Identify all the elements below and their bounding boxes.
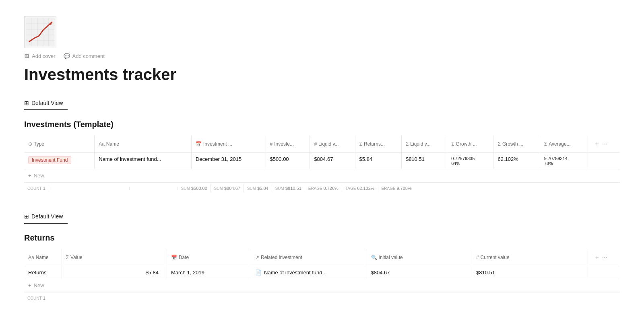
col-liquid-v2: Σ Liquid v...: [401, 136, 447, 153]
add-icon-1: +: [28, 173, 31, 179]
col-r-initial: 🔍 Initial value: [367, 249, 472, 266]
sum-invested: $500.00: [191, 186, 207, 191]
returns-section: ⊞ Default View Returns Aa Name Σ: [24, 210, 620, 304]
col-r-name: Aa Name: [24, 249, 62, 266]
count-value-2: 1: [43, 296, 45, 300]
table-footer-1: COUNT 1 SUM $500.00 SUM $804.67 SUM $5.8…: [24, 182, 620, 194]
cell-r-date: March 1, 2019: [167, 266, 251, 279]
col-actions-header: + ···: [588, 136, 620, 153]
page-actions: 🖼 Add cover 💬 Add comment: [24, 53, 620, 59]
hash-icon-1: #: [270, 141, 273, 147]
cell-r-related: 📄 Name of investment fund...: [251, 266, 367, 279]
tab-label-2: Default View: [31, 213, 63, 220]
tab-label-1: Default View: [31, 100, 63, 106]
investments-table: ⊙ Type Aa Name 📅 Investment ...: [24, 136, 620, 169]
add-cover-button[interactable]: 🖼 Add cover: [24, 53, 56, 59]
hash-icon-r: #: [476, 255, 479, 260]
col-r-related: ↗ Related investment: [251, 249, 367, 266]
col-growth1: Σ Growth ...: [447, 136, 493, 153]
add-cover-label: Add cover: [32, 53, 56, 59]
hash-icon-2: #: [314, 141, 317, 147]
add-column-button-1[interactable]: +: [595, 140, 599, 148]
tab-default-view-1[interactable]: ⊞ Default View: [24, 97, 68, 109]
cell-average: 9.7075931478%: [540, 153, 588, 169]
table-footer-2: COUNT 1: [24, 292, 620, 304]
col-invested: # Investe...: [266, 136, 310, 153]
add-column-button-2[interactable]: +: [595, 254, 599, 261]
cell-name[interactable]: Name of investment fund...: [95, 153, 192, 169]
add-icon-2: +: [28, 282, 31, 288]
svg-rect-0: [26, 18, 54, 46]
avg-growth2: 62.102%: [357, 186, 374, 191]
table-icon-2: ⊞: [24, 213, 29, 220]
table-header-row-1: ⊙ Type Aa Name 📅 Investment ...: [24, 136, 620, 153]
sigma-icon-3: Σ: [451, 141, 454, 147]
text-icon: Aa: [99, 141, 105, 147]
cell-growth1: 0.7257633564%: [447, 153, 493, 169]
add-new-label-2: New: [34, 282, 44, 288]
table-row-returns[interactable]: Returns $5.84 March 1, 2019 📄 Name of in…: [24, 266, 620, 279]
text-icon-r: Aa: [28, 255, 34, 260]
sigma-icon-r: Σ: [66, 255, 69, 260]
col-name: Aa Name: [95, 136, 192, 153]
col-r-current: # Current value: [472, 249, 588, 266]
page-container: 🖼 Add cover 💬 Add comment Investments tr…: [0, 0, 644, 320]
doc-icon-r: 📄: [255, 270, 262, 276]
add-new-row-2[interactable]: + New: [24, 279, 620, 292]
circle-icon: ⊙: [28, 141, 32, 147]
more-options-button-2[interactable]: ···: [602, 254, 607, 261]
sigma-icon-1: Σ: [359, 141, 362, 147]
sigma-icon-2: Σ: [406, 141, 409, 147]
section-title-1: Investments (Template): [24, 120, 620, 129]
col-returns: Σ Returns...: [355, 136, 401, 153]
more-options-button-1[interactable]: ···: [602, 140, 607, 148]
cell-liquid-v1: $804.67: [310, 153, 355, 169]
arrow-icon-r: ↗: [255, 255, 259, 260]
cell-r-value: $5.84: [62, 266, 167, 279]
cell-date: December 31, 2015: [191, 153, 266, 169]
cell-invested: $500.00: [266, 153, 310, 169]
cell-empty: [588, 153, 620, 169]
cell-returns: $5.84: [355, 153, 401, 169]
cell-liquid-v2: $810.51: [401, 153, 447, 169]
table-header-row-2: Aa Name Σ Value 📅 Date: [24, 249, 620, 266]
add-comment-label: Add comment: [72, 53, 105, 59]
count-label-2: COUNT: [27, 296, 42, 300]
col-liquid-v1: # Liquid v...: [310, 136, 355, 153]
comment-icon: 💬: [64, 53, 70, 59]
tab-default-view-2[interactable]: ⊞ Default View: [24, 210, 68, 223]
add-new-row-1[interactable]: + New: [24, 169, 620, 182]
avg-growth1: 0.726%: [324, 186, 339, 191]
cell-r-empty: [588, 266, 620, 279]
sigma-icon-5: Σ: [544, 141, 547, 147]
sum-liquid2: $810.51: [285, 186, 301, 191]
col-investment-date: 📅 Investment ...: [191, 136, 266, 153]
cell-type: Investment Fund: [24, 153, 95, 169]
investments-section: ⊞ Default View Investments (Template) ⊙ …: [24, 97, 620, 194]
col-r-actions-header: + ···: [588, 249, 620, 266]
page-icon: [24, 16, 56, 48]
cell-r-name: Returns: [24, 266, 62, 279]
avg-average: 9.708%: [396, 186, 411, 191]
cell-r-initial: $804.67: [367, 266, 472, 279]
add-new-label-1: New: [34, 173, 44, 179]
count-label-1: COUNT: [27, 186, 42, 191]
investment-fund-tag[interactable]: Investment Fund: [28, 156, 71, 164]
returns-table: Aa Name Σ Value 📅 Date: [24, 249, 620, 279]
sigma-icon-4: Σ: [497, 141, 500, 147]
table-icon-1: ⊞: [24, 100, 29, 106]
calendar-icon-1: 📅: [196, 141, 202, 147]
search-icon-r: 🔍: [371, 255, 377, 260]
tab-bar-2: ⊞ Default View: [24, 210, 68, 224]
cell-r-current: $810.51: [472, 266, 588, 279]
section-title-2: Returns: [24, 233, 620, 243]
page-title: Investments tracker: [24, 66, 620, 84]
col-growth2: Σ Growth ...: [493, 136, 540, 153]
table-row[interactable]: Investment Fund Name of investment fund.…: [24, 153, 620, 169]
count-value-1: 1: [43, 186, 45, 191]
add-comment-button[interactable]: 💬 Add comment: [64, 53, 105, 59]
sum-liquid: $804.67: [224, 186, 240, 191]
image-icon: 🖼: [24, 53, 29, 59]
sum-returns: $5.84: [257, 186, 268, 191]
col-r-date: 📅 Date: [167, 249, 251, 266]
